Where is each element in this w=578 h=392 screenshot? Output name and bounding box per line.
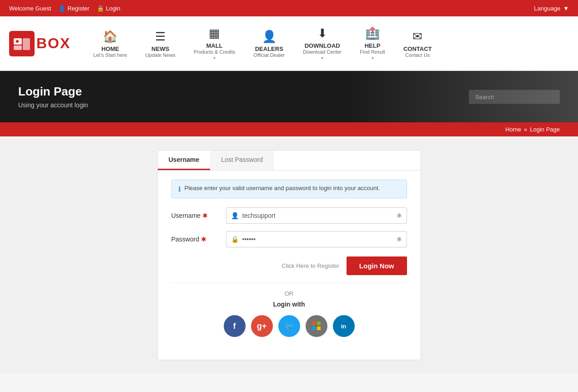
chevron-down-icon: ▾ — [213, 55, 216, 60]
username-input[interactable] — [242, 208, 393, 223]
login-link[interactable]: 🔒 Login — [97, 5, 121, 12]
info-message: ℹ Please enter your valid username and p… — [171, 180, 407, 198]
login-tabs: Username Lost Password — [158, 151, 421, 171]
facebook-login-button[interactable]: f — [224, 315, 246, 337]
password-input-wrapper: 🔒 ✱ — [226, 231, 407, 247]
breadcrumb-home[interactable]: Home — [505, 126, 521, 133]
twitter-login-button[interactable]: 🐦 — [278, 315, 300, 337]
form-actions: Click Here to Register Login Now — [171, 256, 407, 275]
chevron-down-icon: ▼ — [563, 5, 569, 12]
logo[interactable]: BOX — [9, 31, 70, 56]
banner: Login Page Using your account login — [0, 71, 578, 122]
main-nav: 🏠 HOME Let's Start here ☰ NEWS Update Ne… — [84, 22, 569, 65]
svg-rect-2 — [23, 38, 30, 50]
home-icon: 🏠 — [103, 30, 117, 44]
login-now-button[interactable]: Login Now — [347, 256, 407, 275]
breadcrumb-separator: » — [524, 126, 527, 133]
chevron-down-icon: ▾ — [372, 55, 374, 60]
microsoft-login-button[interactable] — [306, 315, 327, 337]
password-input[interactable] — [242, 231, 393, 247]
user-icon: 👤 — [231, 212, 239, 219]
nav-mall[interactable]: ▦ MALL Products & Credits ▾ — [185, 22, 245, 65]
twitter-icon: 🐦 — [284, 321, 294, 331]
lock-icon: 🔒 — [231, 236, 239, 243]
nav-download[interactable]: ⬇ DOWNLOAD Download Center ▾ — [294, 22, 351, 65]
username-row: Username ✱ 👤 ✱ — [171, 207, 407, 224]
banner-search[interactable] — [469, 90, 560, 104]
register-icon: 👤 — [58, 5, 65, 12]
info-icon: ℹ — [178, 185, 181, 193]
register-here-link[interactable]: Click Here to Register — [281, 262, 339, 269]
username-label: Username ✱ — [171, 212, 226, 219]
google-icon: g+ — [257, 322, 267, 331]
required-star: ✱ — [202, 212, 208, 219]
main-content: Username Lost Password ℹ Please enter yo… — [0, 136, 578, 374]
logo-text: BOX — [36, 35, 70, 52]
google-login-button[interactable]: g+ — [251, 315, 273, 337]
header: BOX 🏠 HOME Let's Start here ☰ NEWS Updat… — [0, 16, 578, 71]
svg-point-3 — [16, 40, 19, 43]
svg-rect-1 — [14, 45, 22, 50]
download-icon: ⬇ — [317, 26, 327, 40]
contact-icon: ✉ — [412, 30, 422, 44]
lock-icon: 🔒 — [97, 5, 104, 12]
search-input[interactable] — [469, 90, 560, 104]
linkedin-icon: in — [341, 323, 347, 330]
top-bar: Welcome Guest 👤 Register 🔒 Login Languag… — [0, 0, 578, 16]
facebook-icon: f — [233, 322, 236, 331]
logo-box — [9, 31, 35, 56]
top-bar-left: Welcome Guest 👤 Register 🔒 Login — [9, 5, 120, 12]
mall-icon: ▦ — [209, 26, 220, 40]
or-divider: OR — [171, 282, 407, 297]
required-star: ✱ — [201, 236, 206, 243]
breadcrumb-current: Login Page — [530, 126, 560, 133]
linkedin-login-button[interactable]: in — [333, 315, 355, 337]
nav-dealers[interactable]: 👤 DEALERS Official Dealer — [244, 25, 294, 62]
password-label: Password ✱ — [171, 236, 226, 243]
nav-home[interactable]: 🏠 HOME Let's Start here — [84, 25, 136, 62]
login-with-label: Login with — [171, 301, 407, 308]
nav-contact[interactable]: ✉ CONTACT Contact Us — [394, 25, 441, 62]
chevron-down-icon: ▾ — [321, 55, 323, 60]
nav-help[interactable]: 🏥 HELP Find Result ▾ — [351, 22, 394, 65]
news-icon: ☰ — [155, 30, 166, 44]
login-container: Username Lost Password ℹ Please enter yo… — [157, 150, 421, 360]
register-link[interactable]: 👤 Register — [58, 5, 89, 12]
asterisk-icon: ✱ — [397, 212, 402, 219]
microsoft-icon — [312, 322, 321, 331]
language-selector[interactable]: Language ▼ — [534, 5, 569, 12]
welcome-text: Welcome Guest — [9, 5, 51, 12]
username-input-wrapper: 👤 ✱ — [226, 207, 407, 224]
nav-news[interactable]: ☰ NEWS Update News — [136, 25, 185, 62]
asterisk-icon: ✱ — [397, 236, 402, 243]
password-row: Password ✱ 🔒 ✱ — [171, 231, 407, 247]
help-icon: 🏥 — [365, 26, 380, 40]
tab-username[interactable]: Username — [158, 151, 211, 170]
login-body: ℹ Please enter your valid username and p… — [158, 171, 421, 360]
tab-lost-password[interactable]: Lost Password — [210, 151, 274, 170]
social-icons: f g+ 🐦 in — [171, 315, 407, 337]
breadcrumb: Home » Login Page — [0, 122, 578, 136]
dealers-icon: 👤 — [262, 30, 276, 44]
